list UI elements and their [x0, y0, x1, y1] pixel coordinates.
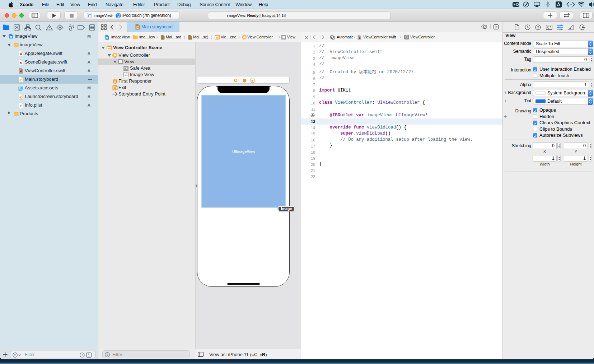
svg-text:01: 01 — [114, 81, 116, 83]
